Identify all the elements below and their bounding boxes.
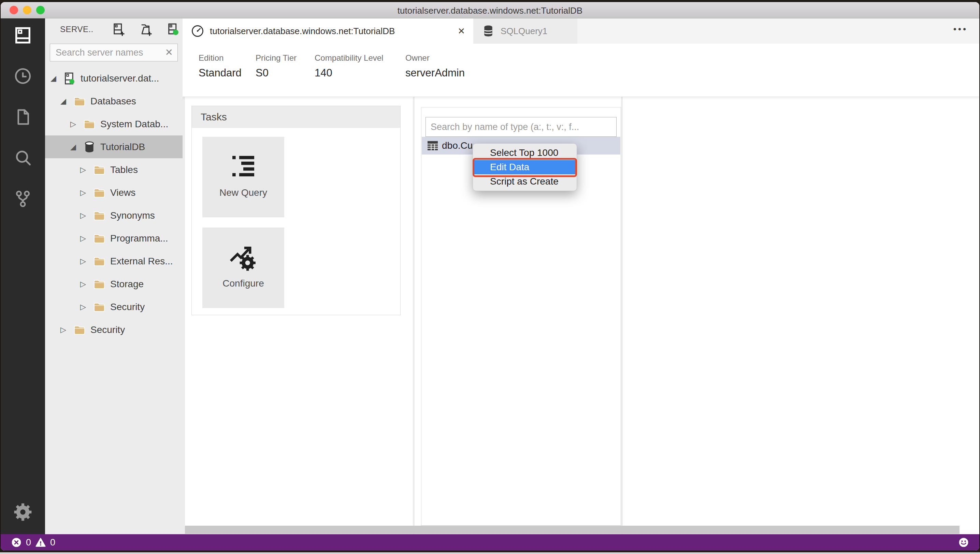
errors-icon[interactable] [11,537,22,548]
chevron-collapsed-icon[interactable]: ▷ [80,257,92,266]
new-server-group-icon[interactable] [139,22,153,37]
settings-gear-icon[interactable] [13,502,33,522]
feedback-smiley-icon[interactable] [958,537,969,548]
activity-bar [1,18,45,534]
database-icon [83,140,96,154]
tree-item-synonyms[interactable]: ▷ Synonyms [45,204,183,227]
horizontal-scrollbar[interactable] [185,526,959,534]
tree-item-security[interactable]: ▷ Security [45,295,183,318]
tree-item-databases[interactable]: ◢ Databases [45,90,183,113]
tab-label: SQLQuery1 [500,26,547,37]
chevron-collapsed-icon[interactable]: ▷ [61,325,73,334]
chevron-collapsed-icon[interactable]: ▷ [80,280,92,288]
editor-area: tutorialserver.database.windows.net:Tuto… [183,18,979,534]
chevron-collapsed-icon[interactable]: ▷ [80,234,92,243]
folder-icon [73,94,86,108]
clear-search-icon[interactable]: ✕ [165,47,173,58]
info-label: Owner [405,53,465,63]
desktop-edge [0,552,980,554]
chevron-expanded-icon[interactable]: ◢ [61,97,73,106]
warnings-icon[interactable] [35,537,46,548]
servers-icon[interactable] [13,25,33,45]
folder-icon [73,323,86,337]
source-control-icon[interactable] [13,189,33,209]
configure-button[interactable]: Configure [202,228,284,308]
folder-icon [92,163,106,177]
menu-item-script-as-create[interactable]: Script as Create [473,174,577,189]
active-connections-icon[interactable] [166,22,180,37]
dashboard-gauge-icon [191,24,204,38]
menu-item-edit-data[interactable]: Edit Data [473,160,577,174]
titlebar: tutorialserver.database.windows.net:Tuto… [1,2,979,18]
object-row-label: dbo.Cu [442,140,473,151]
app-window: tutorialserver.database.windows.net:Tuto… [1,2,979,551]
folder-icon [92,300,106,314]
folder-icon [92,209,106,223]
chevron-expanded-icon[interactable]: ◢ [51,74,63,83]
task-history-icon[interactable] [13,66,33,86]
chevron-collapsed-icon[interactable]: ▷ [80,211,92,220]
tree-item-programmability[interactable]: ▷ Programma... [45,227,183,250]
tree-item-server[interactable]: ◢ tutorialserver.dat... [45,67,183,90]
chevron-collapsed-icon[interactable]: ▷ [80,302,92,312]
folder-icon [92,255,106,268]
folder-icon [92,232,106,245]
info-value: Standard [199,67,256,79]
tree-item-tables[interactable]: ▷ Tables [45,158,183,181]
trend-gear-icon [227,241,260,274]
new-query-list-icon [227,150,260,183]
folder-icon [83,117,96,131]
tree-item-server-security[interactable]: ▷ Security [45,318,183,341]
tab-dashboard[interactable]: tutorialserver.database.windows.net:Tuto… [183,18,473,44]
info-label: Pricing Tier [256,53,315,63]
info-label: Edition [199,53,256,63]
dashboard-body: Tasks New Query Configure [183,97,979,534]
tasks-panel: Tasks New Query Configure [191,106,401,315]
error-count[interactable]: 0 [26,537,31,548]
info-value: S0 [256,67,315,79]
close-tab-icon[interactable]: ✕ [457,26,465,37]
explorer-icon[interactable] [13,107,33,127]
search-server-input[interactable] [50,44,178,61]
search-icon[interactable] [13,148,33,168]
sidebar-title: SERVE.. [60,25,94,34]
server-icon [63,72,76,85]
tree-item-system-databases[interactable]: ▷ System Datab... [45,113,183,135]
tree-item-tutorialdb[interactable]: ◢ TutorialDB [45,135,183,158]
tasks-panel-title: Tasks [192,106,400,128]
info-value: 140 [315,67,405,79]
table-grid-icon [426,139,439,152]
more-actions-icon[interactable]: ••• [953,24,968,35]
status-bar: 0 0 [1,534,979,551]
database-cylinder-icon [481,24,495,38]
folder-icon [92,277,106,291]
folder-icon [92,186,106,199]
window-title: tutorialserver.database.windows.net:Tuto… [1,2,979,18]
menu-item-select-top-1000[interactable]: Select Top 1000 [473,146,577,160]
chevron-expanded-icon[interactable]: ◢ [70,143,83,151]
info-label: Compatibility Level [315,53,405,63]
chevron-collapsed-icon[interactable]: ▷ [80,188,92,197]
tree-item-external-resources[interactable]: ▷ External Res... [45,250,183,272]
server-tree: ◢ tutorialserver.dat... ◢ Databases ▷ Sy… [45,67,183,341]
database-info-header: Edition Standard Pricing Tier S0 Compati… [183,44,979,97]
info-value: serverAdmin [405,67,465,79]
new-connection-icon[interactable] [111,22,126,37]
context-menu: Select Top 1000 Edit Data Script as Crea… [473,143,577,191]
chevron-collapsed-icon[interactable]: ▷ [80,166,92,174]
tab-strip: tutorialserver.database.windows.net:Tuto… [183,18,979,44]
tree-item-storage[interactable]: ▷ Storage [45,272,183,295]
warning-count[interactable]: 0 [50,537,55,548]
tree-item-views[interactable]: ▷ Views [45,181,183,204]
tab-sqlquery1[interactable]: SQLQuery1 [473,18,577,44]
object-search-input[interactable] [425,117,617,137]
new-query-button[interactable]: New Query [202,137,284,217]
servers-sidebar: SERVE.. ✕ ◢ tutorialserver.dat... ◢ [45,18,183,534]
chevron-collapsed-icon[interactable]: ▷ [70,120,83,129]
tab-label: tutorialserver.database.windows.net:Tuto… [210,26,395,37]
